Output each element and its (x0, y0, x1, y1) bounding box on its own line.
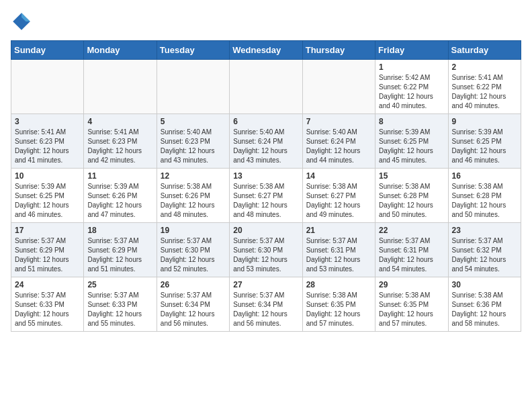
day-number: 19 (161, 226, 226, 235)
calendar-cell: 27Sunrise: 5:37 AMSunset: 6:34 PMDayligh… (230, 277, 302, 332)
day-info: Sunrise: 5:38 AMSunset: 6:36 PMDaylight:… (452, 291, 517, 328)
day-number: 29 (379, 280, 444, 289)
day-info: Sunrise: 5:37 AMSunset: 6:32 PMDaylight:… (452, 236, 517, 274)
calendar-cell: 12Sunrise: 5:38 AMSunset: 6:26 PMDayligh… (157, 169, 229, 223)
calendar-cell: 1Sunrise: 5:42 AMSunset: 6:22 PMDaylight… (375, 60, 448, 114)
weekday-header-tuesday: Tuesday (157, 41, 229, 60)
day-info: Sunrise: 5:41 AMSunset: 6:23 PMDaylight:… (87, 128, 152, 165)
calendar-cell: 16Sunrise: 5:38 AMSunset: 6:28 PMDayligh… (448, 169, 521, 223)
day-number: 13 (233, 171, 298, 181)
day-number: 16 (452, 171, 517, 181)
weekday-header-saturday: Saturday (448, 41, 521, 60)
calendar-cell: 20Sunrise: 5:37 AMSunset: 6:30 PMDayligh… (230, 223, 302, 277)
weekday-header-thursday: Thursday (302, 41, 375, 60)
day-number: 3 (15, 117, 80, 126)
calendar-cell: 22Sunrise: 5:37 AMSunset: 6:31 PMDayligh… (375, 223, 448, 277)
day-number: 30 (452, 280, 517, 289)
day-number: 26 (161, 280, 226, 289)
day-number: 12 (161, 171, 226, 181)
logo (11, 11, 35, 32)
day-info: Sunrise: 5:39 AMSunset: 6:26 PMDaylight:… (87, 182, 152, 220)
calendar-cell: 18Sunrise: 5:37 AMSunset: 6:29 PMDayligh… (84, 223, 157, 277)
day-info: Sunrise: 5:41 AMSunset: 6:22 PMDaylight:… (452, 73, 517, 111)
day-number: 11 (87, 171, 152, 181)
calendar-cell: 25Sunrise: 5:37 AMSunset: 6:33 PMDayligh… (84, 277, 157, 332)
weekday-row: SundayMondayTuesdayWednesdayThursdayFrid… (11, 41, 521, 60)
day-info: Sunrise: 5:37 AMSunset: 6:33 PMDaylight:… (87, 291, 152, 328)
day-number: 2 (452, 62, 517, 72)
calendar-cell: 28Sunrise: 5:38 AMSunset: 6:35 PMDayligh… (302, 277, 375, 332)
day-info: Sunrise: 5:39 AMSunset: 6:25 PMDaylight:… (379, 128, 444, 165)
day-info: Sunrise: 5:38 AMSunset: 6:35 PMDaylight:… (379, 291, 444, 328)
calendar-cell: 3Sunrise: 5:41 AMSunset: 6:23 PMDaylight… (11, 114, 84, 169)
day-number: 28 (306, 280, 371, 289)
calendar-header: SundayMondayTuesdayWednesdayThursdayFrid… (11, 41, 521, 60)
day-number: 10 (15, 171, 80, 181)
day-info: Sunrise: 5:41 AMSunset: 6:23 PMDaylight:… (15, 128, 80, 165)
calendar-cell: 26Sunrise: 5:37 AMSunset: 6:34 PMDayligh… (157, 277, 229, 332)
calendar-cell: 15Sunrise: 5:38 AMSunset: 6:28 PMDayligh… (375, 169, 448, 223)
day-info: Sunrise: 5:38 AMSunset: 6:28 PMDaylight:… (452, 182, 517, 220)
week-row-4: 17Sunrise: 5:37 AMSunset: 6:29 PMDayligh… (11, 223, 521, 277)
calendar-cell: 8Sunrise: 5:39 AMSunset: 6:25 PMDaylight… (375, 114, 448, 169)
weekday-header-friday: Friday (375, 41, 448, 60)
day-number: 5 (161, 117, 226, 126)
calendar-cell (230, 60, 302, 114)
calendar-cell (157, 60, 229, 114)
day-info: Sunrise: 5:37 AMSunset: 6:33 PMDaylight:… (15, 291, 80, 328)
calendar-cell (11, 60, 84, 114)
day-number: 9 (452, 117, 517, 126)
day-info: Sunrise: 5:38 AMSunset: 6:27 PMDaylight:… (306, 182, 371, 220)
day-number: 21 (306, 226, 371, 235)
day-info: Sunrise: 5:39 AMSunset: 6:25 PMDaylight:… (452, 128, 517, 165)
calendar-cell: 30Sunrise: 5:38 AMSunset: 6:36 PMDayligh… (448, 277, 521, 332)
calendar-cell: 21Sunrise: 5:37 AMSunset: 6:31 PMDayligh… (302, 223, 375, 277)
day-info: Sunrise: 5:37 AMSunset: 6:29 PMDaylight:… (87, 236, 152, 274)
calendar-cell: 23Sunrise: 5:37 AMSunset: 6:32 PMDayligh… (448, 223, 521, 277)
day-info: Sunrise: 5:37 AMSunset: 6:34 PMDaylight:… (161, 291, 226, 328)
day-info: Sunrise: 5:40 AMSunset: 6:24 PMDaylight:… (306, 128, 371, 165)
logo-icon (11, 11, 32, 32)
day-info: Sunrise: 5:37 AMSunset: 6:34 PMDaylight:… (233, 291, 298, 328)
day-number: 1 (379, 62, 444, 72)
day-number: 8 (379, 117, 444, 126)
calendar-cell: 19Sunrise: 5:37 AMSunset: 6:30 PMDayligh… (157, 223, 229, 277)
day-info: Sunrise: 5:37 AMSunset: 6:30 PMDaylight:… (233, 236, 298, 274)
day-number: 22 (379, 226, 444, 235)
calendar-body: 1Sunrise: 5:42 AMSunset: 6:22 PMDaylight… (11, 60, 521, 332)
day-number: 14 (306, 171, 371, 181)
day-info: Sunrise: 5:37 AMSunset: 6:30 PMDaylight:… (161, 236, 226, 274)
calendar-cell: 6Sunrise: 5:40 AMSunset: 6:24 PMDaylight… (230, 114, 302, 169)
calendar-cell: 14Sunrise: 5:38 AMSunset: 6:27 PMDayligh… (302, 169, 375, 223)
week-row-5: 24Sunrise: 5:37 AMSunset: 6:33 PMDayligh… (11, 277, 521, 332)
calendar-cell: 9Sunrise: 5:39 AMSunset: 6:25 PMDaylight… (448, 114, 521, 169)
day-number: 4 (87, 117, 152, 126)
calendar-cell (302, 60, 375, 114)
day-info: Sunrise: 5:38 AMSunset: 6:26 PMDaylight:… (161, 182, 226, 220)
day-info: Sunrise: 5:38 AMSunset: 6:28 PMDaylight:… (379, 182, 444, 220)
calendar-cell: 17Sunrise: 5:37 AMSunset: 6:29 PMDayligh… (11, 223, 84, 277)
calendar-cell: 5Sunrise: 5:40 AMSunset: 6:23 PMDaylight… (157, 114, 229, 169)
weekday-header-monday: Monday (84, 41, 157, 60)
day-number: 15 (379, 171, 444, 181)
calendar-cell (84, 60, 157, 114)
calendar-cell: 7Sunrise: 5:40 AMSunset: 6:24 PMDaylight… (302, 114, 375, 169)
week-row-3: 10Sunrise: 5:39 AMSunset: 6:25 PMDayligh… (11, 169, 521, 223)
day-info: Sunrise: 5:38 AMSunset: 6:27 PMDaylight:… (233, 182, 298, 220)
day-number: 17 (15, 226, 80, 235)
header (11, 11, 521, 32)
day-number: 6 (233, 117, 298, 126)
day-info: Sunrise: 5:37 AMSunset: 6:31 PMDaylight:… (306, 236, 371, 274)
day-number: 23 (452, 226, 517, 235)
day-number: 20 (233, 226, 298, 235)
calendar-cell: 29Sunrise: 5:38 AMSunset: 6:35 PMDayligh… (375, 277, 448, 332)
calendar: SundayMondayTuesdayWednesdayThursdayFrid… (11, 40, 521, 332)
week-row-2: 3Sunrise: 5:41 AMSunset: 6:23 PMDaylight… (11, 114, 521, 169)
calendar-cell: 4Sunrise: 5:41 AMSunset: 6:23 PMDaylight… (84, 114, 157, 169)
week-row-1: 1Sunrise: 5:42 AMSunset: 6:22 PMDaylight… (11, 60, 521, 114)
day-info: Sunrise: 5:37 AMSunset: 6:29 PMDaylight:… (15, 236, 80, 274)
day-number: 18 (87, 226, 152, 235)
day-number: 27 (233, 280, 298, 289)
calendar-cell: 13Sunrise: 5:38 AMSunset: 6:27 PMDayligh… (230, 169, 302, 223)
day-info: Sunrise: 5:39 AMSunset: 6:25 PMDaylight:… (15, 182, 80, 220)
